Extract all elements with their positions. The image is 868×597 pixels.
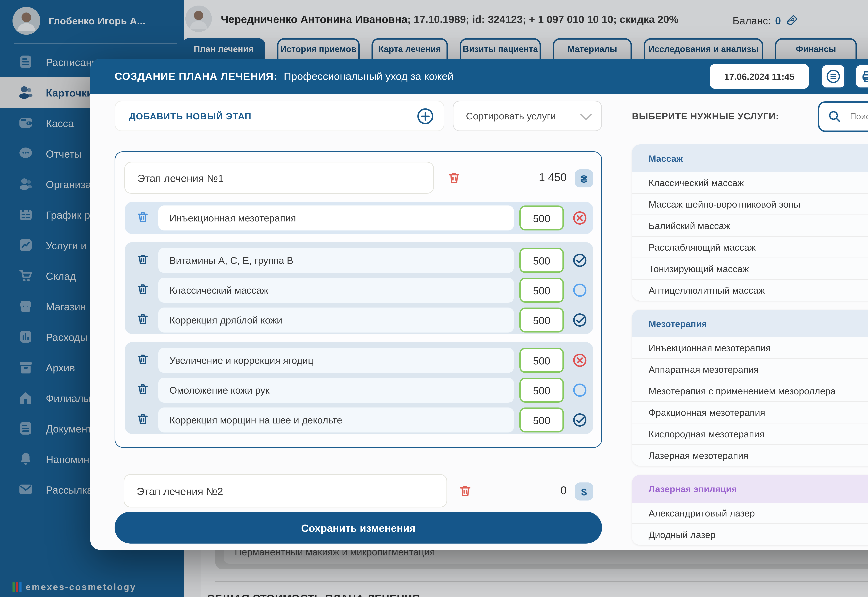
stage-1-name-input[interactable] [124,162,434,194]
catalog-item[interactable]: Александритовый лазер3200 [632,503,868,523]
service-price-input[interactable] [519,348,564,373]
service-name-input[interactable] [158,407,514,432]
service-row [125,348,593,373]
add-stage-button[interactable]: ДОБАВИТЬ НОВЫЙ ЭТАП [114,101,444,131]
service-search [818,101,868,132]
service-group [125,342,593,434]
catalog-section-laser: Лазерная эпиляция Александритовый лазер3… [632,475,868,545]
catalog-item[interactable]: Антицеллюлитный массаж1200 [632,279,868,301]
choose-services-label: ВЫБЕРИТЕ НУЖНЫЕ УСЛУГИ: [632,111,779,122]
sort-services-dropdown[interactable]: Сортировать услуги [453,101,602,131]
service-price-input[interactable] [519,248,564,273]
stage-2-total: 0 [511,484,566,497]
trash-icon[interactable] [136,353,149,366]
service-group [125,202,593,234]
service-row [125,205,593,230]
service-name-input[interactable] [158,248,514,273]
service-name-input[interactable] [158,378,514,402]
service-price-input[interactable] [519,205,564,230]
catalog-section-mesotherapy: Мезотерапия Инъекционная мезотерапия3200… [632,310,868,466]
plan-datetime[interactable]: 17.06.2024 11:45 [710,64,809,89]
catalog-item[interactable]: Инъекционная мезотерапия3200 [632,337,868,358]
catalog-item[interactable]: Массаж шейно-воротниковой зоны1500 [632,193,868,214]
stage-1-currency-badge[interactable]: ₴ [575,169,593,187]
catalog-item[interactable]: Кислородная мезотерапия1200 [632,423,868,444]
delete-stage-1-button[interactable] [447,171,461,185]
catalog-item[interactable]: Балийский массаж2000 [632,214,868,236]
search-icon [828,110,841,123]
status-pending-icon[interactable] [572,383,587,398]
service-row [125,307,593,333]
save-changes-button[interactable]: Сохранить изменения [114,512,602,544]
service-name-input[interactable] [158,278,514,303]
trash-icon[interactable] [136,253,149,266]
catalog-item[interactable]: Мезотерапия с применением мезороллера200… [632,380,868,401]
section-header: Лазерная эпиляция [632,475,868,503]
search-input[interactable] [849,111,868,122]
service-row [125,378,593,402]
status-removed-icon[interactable] [572,210,587,226]
list-circle-icon [826,69,841,84]
modal-title: СОЗДАНИЕ ПЛАНА ЛЕЧЕНИЯ: Профессиональный… [114,70,453,82]
create-treatment-plan-modal: СОЗДАНИЕ ПЛАНА ЛЕЧЕНИЯ: Профессиональный… [90,59,868,550]
service-name-input[interactable] [158,348,514,373]
service-name-input[interactable] [158,205,514,230]
service-row [125,248,593,273]
trash-icon[interactable] [136,312,149,325]
status-removed-icon[interactable] [572,353,587,368]
catalog-section-massage: Массаж Классический массаж3200 Массаж ше… [632,144,868,301]
delete-stage-2-button[interactable] [458,484,472,498]
service-row [125,407,593,432]
plus-circle-icon [417,107,434,125]
catalog-item[interactable]: Расслабляющий массаж1200 [632,236,868,258]
service-price-input[interactable] [519,278,564,303]
stage-1-total: 1 450 [511,171,566,184]
service-price-input[interactable] [519,407,564,432]
stage-1-card: 1 450 ₴ [114,151,602,448]
printer-icon [860,69,868,84]
stage-2-currency-badge[interactable]: $ [575,483,593,500]
service-group [125,242,593,334]
catalog-item[interactable]: Тонизирующий массаж1200 [632,258,868,279]
catalog-item[interactable]: Фракционная мезотерапия1200 [632,401,868,423]
section-header: Массаж [632,144,868,172]
catalog-item[interactable]: Лазерная мезотерапия1200 [632,444,868,466]
service-price-input[interactable] [519,307,564,333]
service-price-input[interactable] [519,378,564,402]
status-done-icon[interactable] [572,412,587,428]
trash-icon[interactable] [136,383,149,396]
catalog-item[interactable]: Аппаратная мезотерапия1500 [632,358,868,380]
section-header: Мезотерапия [632,310,868,337]
service-name-input[interactable] [158,307,514,333]
trash-icon[interactable] [136,412,149,426]
trash-icon[interactable] [136,282,149,296]
catalog-item[interactable]: Классический массаж3200 [632,172,868,193]
modal-header: СОЗДАНИЕ ПЛАНА ЛЕЧЕНИЯ: Профессиональный… [90,59,868,94]
status-done-icon[interactable] [572,253,587,268]
plan-details-button[interactable] [821,64,846,89]
stage-2-name-input[interactable] [123,474,447,508]
catalog-item[interactable]: Диодный лазер1500 [632,523,868,545]
status-pending-icon[interactable] [572,282,587,298]
trash-icon[interactable] [136,210,149,224]
service-row [125,278,593,303]
status-done-icon[interactable] [572,312,587,328]
chevron-down-icon [580,108,592,120]
app-root: Глобенко Игорь А... Расписание Карточки … [0,0,868,597]
print-button[interactable] [855,64,868,89]
